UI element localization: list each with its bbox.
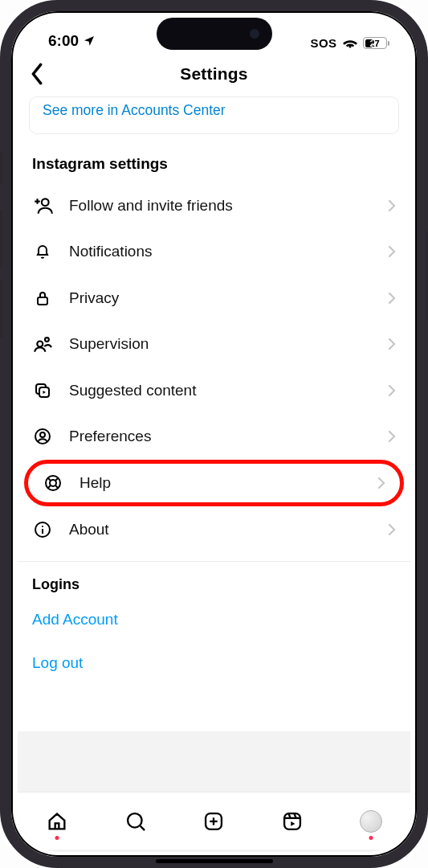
home-icon [46, 810, 68, 833]
home-indicator [156, 859, 273, 864]
chevron-right-icon [377, 477, 385, 489]
svg-point-17 [42, 526, 43, 527]
reels-icon [281, 810, 304, 833]
chevron-right-icon [388, 523, 396, 536]
search-icon [124, 810, 147, 833]
tab-home[interactable] [41, 805, 73, 837]
svg-line-12 [48, 478, 51, 481]
lifebuoy-icon [43, 473, 63, 493]
accounts-center-link[interactable]: See more in Accounts Center [43, 102, 226, 118]
svg-point-11 [50, 480, 56, 486]
row-label: Help [79, 474, 377, 492]
accounts-center-card[interactable]: See more in Accounts Center [29, 96, 399, 134]
row-label: About [69, 521, 388, 538]
row-about[interactable]: About [18, 506, 410, 553]
svg-rect-3 [38, 297, 47, 305]
row-label: Preferences [69, 428, 388, 445]
side-button-vol-up [0, 211, 2, 268]
row-label: Follow and invite friends [69, 197, 388, 215]
location-icon [83, 35, 96, 47]
info-icon [32, 519, 53, 540]
nav-header: Settings [18, 51, 410, 96]
row-suggested-content[interactable]: Suggested content [18, 367, 410, 414]
tab-reels[interactable] [276, 805, 308, 837]
logout-link[interactable]: Log out [18, 641, 410, 685]
row-label: Supervision [69, 335, 388, 353]
row-follow-invite[interactable]: Follow and invite friends [18, 182, 410, 229]
svg-point-5 [45, 338, 49, 342]
user-circle-icon [32, 426, 53, 447]
row-help[interactable]: Help [24, 460, 404, 506]
chevron-right-icon [388, 245, 396, 258]
plus-square-icon [202, 810, 225, 833]
lock-icon [32, 288, 53, 309]
chevron-right-icon [388, 384, 396, 397]
screen: 6:00 SOS 27 Settings [18, 16, 410, 852]
chevron-right-icon [388, 199, 396, 212]
chevron-right-icon [388, 338, 396, 350]
svg-line-20 [141, 825, 145, 829]
row-label: Suggested content [69, 382, 388, 399]
svg-point-19 [128, 813, 142, 828]
page-title: Settings [180, 64, 247, 84]
svg-line-13 [55, 478, 59, 481]
status-sos: SOS [311, 36, 337, 50]
chevron-left-icon [29, 63, 45, 85]
section-title-logins: Logins [18, 562, 410, 598]
svg-line-15 [55, 485, 59, 489]
phone-frame: 6:00 SOS 27 Settings [0, 0, 428, 868]
section-title-instagram-settings: Instagram settings [18, 134, 410, 182]
row-label: Notifications [69, 243, 388, 260]
tab-create[interactable] [198, 805, 230, 837]
chevron-right-icon [388, 292, 396, 305]
add-person-icon [32, 195, 53, 216]
svg-rect-24 [284, 813, 300, 829]
chevron-right-icon [388, 430, 396, 443]
wifi-icon [342, 38, 358, 49]
status-time: 6:00 [48, 32, 79, 50]
tab-bar [18, 792, 410, 850]
svg-line-14 [48, 485, 51, 489]
avatar [360, 810, 382, 833]
svg-point-9 [40, 432, 45, 437]
side-button-silence [0, 153, 2, 185]
notification-dot [369, 836, 373, 840]
add-account-link[interactable]: Add Account [18, 598, 410, 641]
battery-icon: 27 [363, 37, 390, 49]
people-icon [32, 334, 53, 354]
bell-icon [32, 241, 53, 262]
svg-point-2 [42, 199, 49, 206]
tab-profile[interactable] [355, 805, 387, 837]
back-button[interactable] [29, 63, 45, 85]
dynamic-island [157, 18, 272, 50]
row-preferences[interactable]: Preferences [18, 414, 410, 461]
media-stack-icon [32, 380, 53, 401]
tab-search[interactable] [120, 805, 152, 837]
row-privacy[interactable]: Privacy [18, 275, 410, 321]
side-button-vol-down [0, 280, 2, 338]
row-notifications[interactable]: Notifications [18, 229, 410, 276]
svg-point-4 [37, 342, 43, 347]
row-label: Privacy [69, 289, 388, 307]
row-supervision[interactable]: Supervision [18, 321, 410, 368]
notification-dot [55, 836, 59, 840]
